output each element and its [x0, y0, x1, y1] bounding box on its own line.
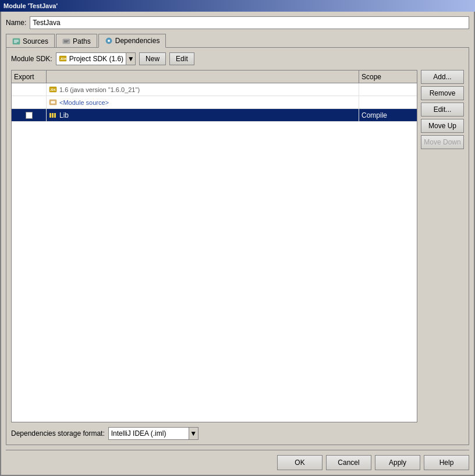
title-text: Module 'TestJava'	[3, 2, 58, 9]
move-down-button[interactable]: Move Down	[421, 135, 464, 149]
header-export: Export	[12, 70, 47, 83]
export-cell	[12, 83, 47, 96]
svg-rect-4	[63, 39, 70, 44]
module-icon	[49, 98, 57, 107]
tab-sources[interactable]: Sources	[6, 34, 55, 48]
name-cell: <Module source>	[47, 96, 359, 108]
move-up-button[interactable]: Move Up	[421, 119, 464, 133]
paths-icon	[62, 37, 70, 45]
remove-button[interactable]: Remove	[421, 86, 464, 100]
jdk-icon: JDK	[49, 86, 57, 94]
table-header: Export Scope	[12, 70, 417, 83]
sdk-dropdown[interactable]: JDK Project SDK (1.6) ▼	[56, 52, 136, 65]
svg-point-8	[108, 40, 110, 42]
table-row[interactable]: Lib Compile	[12, 109, 417, 122]
name-cell: Lib	[47, 109, 359, 121]
name-label: Name:	[6, 19, 26, 27]
svg-rect-15	[49, 113, 51, 118]
tab-dependencies[interactable]: Dependencies	[98, 34, 166, 48]
scope-cell	[359, 96, 417, 108]
tab-bar: Sources Paths Dependencies	[6, 34, 469, 48]
ok-button[interactable]: OK	[277, 455, 322, 470]
cancel-button[interactable]: Cancel	[326, 455, 371, 470]
storage-arrow: ▼	[189, 428, 198, 439]
svg-text:JDK: JDK	[60, 57, 67, 61]
bottom-buttons: OK Cancel Apply Help	[6, 450, 469, 470]
storage-dropdown[interactable]: IntelliJ IDEA (.iml) ▼	[108, 427, 198, 440]
dialog: Name: Sources Pat	[0, 12, 475, 476]
tab-paths-label: Paths	[73, 37, 91, 45]
sources-icon	[12, 37, 20, 45]
title-bar: Module 'TestJava'	[0, 0, 475, 12]
sdk-icon: JDK	[59, 55, 67, 63]
content-area: Module SDK: JDK Project SDK (1.6) ▼ New …	[6, 47, 469, 445]
sdk-label: Module SDK:	[11, 55, 52, 63]
storage-value: IntelliJ IDEA (.iml)	[111, 429, 166, 438]
header-scope: Scope	[359, 70, 417, 83]
table-row[interactable]: JDK 1.6 (java version "1.6.0_21")	[12, 83, 417, 96]
svg-text:JDK: JDK	[50, 88, 56, 91]
svg-rect-16	[52, 113, 54, 118]
name-row: Name:	[6, 16, 469, 29]
table-container: Export Scope	[11, 70, 417, 422]
right-buttons: Add... Remove Edit... Move Up Move Down	[421, 70, 464, 422]
row3-name: Lib	[59, 111, 69, 119]
help-button[interactable]: Help	[424, 455, 469, 470]
tab-paths[interactable]: Paths	[56, 34, 97, 48]
row2-name: <Module source>	[59, 99, 109, 106]
name-input[interactable]	[30, 16, 469, 29]
chevron-down-icon: ▼	[190, 429, 197, 438]
name-cell: JDK 1.6 (java version "1.6.0_21")	[47, 83, 359, 96]
table-section: Export Scope	[11, 70, 417, 422]
main-panel: Export Scope	[11, 70, 464, 422]
table-body: JDK 1.6 (java version "1.6.0_21")	[12, 83, 417, 422]
chevron-down-icon: ▼	[127, 55, 134, 63]
scope-cell: Compile	[359, 109, 417, 121]
export-cell	[12, 96, 47, 108]
svg-rect-17	[54, 113, 56, 118]
sdk-arrow: ▼	[126, 53, 135, 65]
header-name	[47, 70, 359, 83]
apply-button[interactable]: Apply	[375, 455, 420, 470]
storage-row: Dependencies storage format: IntelliJ ID…	[11, 427, 464, 440]
sdk-row: Module SDK: JDK Project SDK (1.6) ▼ New …	[11, 52, 464, 65]
lib-icon	[49, 111, 57, 119]
scope-cell	[359, 83, 417, 96]
tab-sources-label: Sources	[23, 37, 48, 45]
export-cell	[12, 109, 47, 121]
dependencies-icon	[105, 37, 113, 45]
svg-rect-14	[51, 101, 55, 104]
row1-name: 1.6 (java version "1.6.0_21")	[59, 86, 140, 93]
storage-label: Dependencies storage format:	[11, 429, 105, 438]
edit-dep-button[interactable]: Edit...	[421, 103, 464, 117]
new-button[interactable]: New	[139, 52, 166, 65]
checkbox[interactable]	[26, 112, 33, 119]
edit-button[interactable]: Edit	[169, 52, 194, 65]
table-row[interactable]: <Module source>	[12, 96, 417, 109]
sdk-value: Project SDK (1.6)	[69, 55, 123, 63]
add-button[interactable]: Add...	[421, 70, 464, 84]
tab-dependencies-label: Dependencies	[115, 37, 160, 45]
